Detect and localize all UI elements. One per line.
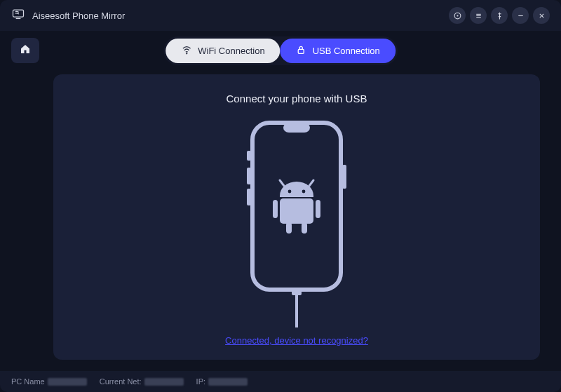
footer-ip-value: [208, 378, 248, 386]
svg-rect-24: [316, 200, 320, 218]
svg-rect-13: [283, 123, 310, 133]
main-panel: Connect your phone with USB: [53, 74, 540, 360]
svg-rect-14: [247, 151, 251, 161]
footer-current-net-label: Current Net:: [100, 377, 142, 386]
svg-rect-17: [342, 165, 346, 189]
wifi-icon: [181, 44, 192, 58]
connection-tabs: WiFi Connection USB Connection: [163, 36, 398, 65]
svg-line-21: [309, 180, 313, 186]
svg-rect-25: [286, 222, 292, 234]
pin-button[interactable]: [491, 7, 508, 24]
svg-rect-22: [280, 198, 313, 224]
svg-point-18: [288, 190, 292, 194]
svg-rect-11: [299, 49, 304, 53]
panel-title: Connect your phone with USB: [227, 93, 367, 104]
tab-usb-label: USB Connection: [313, 46, 380, 56]
svg-point-10: [186, 53, 187, 54]
phone-illustration: [53, 113, 540, 335]
titlebar-controls: [449, 7, 550, 24]
feedback-button[interactable]: [449, 7, 466, 24]
footer-ip-label: IP:: [196, 377, 205, 386]
svg-rect-27: [292, 288, 302, 295]
status-footer: PC Name Current Net: IP:: [0, 371, 561, 392]
tab-wifi-label: WiFi Connection: [198, 46, 264, 56]
minimize-button[interactable]: [512, 7, 529, 24]
footer-pc-name-value: [48, 378, 87, 386]
svg-rect-15: [247, 168, 251, 184]
titlebar: Aiseesoft Phone Mirror: [0, 0, 561, 31]
svg-rect-26: [302, 222, 307, 234]
footer-current-net: Current Net:: [100, 377, 184, 386]
footer-pc-name-label: PC Name: [11, 377, 45, 386]
app-logo-icon: [11, 7, 25, 24]
svg-point-19: [302, 190, 306, 194]
app-title: Aiseesoft Phone Mirror: [32, 11, 125, 21]
titlebar-left: Aiseesoft Phone Mirror: [11, 7, 125, 24]
tab-wifi-connection[interactable]: WiFi Connection: [165, 39, 280, 63]
footer-current-net-value: [144, 378, 184, 386]
usb-lock-icon: [296, 44, 307, 58]
menu-button[interactable]: [470, 7, 487, 24]
footer-pc-name: PC Name: [11, 377, 87, 386]
svg-rect-1: [16, 18, 21, 19]
svg-line-20: [280, 180, 284, 186]
toolbar: WiFi Connection USB Connection: [0, 31, 561, 70]
svg-rect-28: [295, 295, 298, 327]
svg-point-3: [457, 15, 458, 16]
home-icon: [19, 43, 32, 58]
svg-rect-16: [247, 189, 251, 205]
footer-ip: IP:: [196, 377, 248, 386]
help-link-device-not-recognized[interactable]: Connected, device not recognized?: [225, 335, 368, 346]
home-button[interactable]: [11, 38, 39, 63]
svg-rect-23: [273, 200, 278, 218]
tab-usb-connection[interactable]: USB Connection: [280, 39, 396, 63]
close-button[interactable]: [533, 7, 550, 24]
